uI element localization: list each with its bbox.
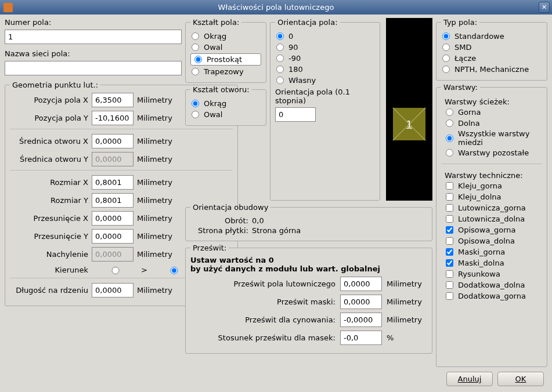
pad-preview-shape: 1 bbox=[393, 108, 425, 140]
posy-input[interactable] bbox=[92, 111, 134, 125]
posx-label: Pozycja pola X bbox=[10, 96, 88, 104]
chk-adhes-top[interactable] bbox=[446, 182, 453, 190]
layer-top-radio[interactable] bbox=[446, 108, 453, 116]
clear-pad-input[interactable] bbox=[340, 277, 382, 291]
type-npth-radio[interactable] bbox=[442, 66, 450, 73]
holey-input bbox=[92, 152, 134, 166]
hole-oval-radio[interactable] bbox=[192, 111, 199, 118]
tilt-label: Nachylenie bbox=[10, 250, 88, 259]
offy-label: Przesunięcie Y bbox=[10, 232, 88, 241]
dir-gt-radio[interactable] bbox=[95, 267, 136, 274]
layer-other-radio[interactable] bbox=[446, 149, 453, 157]
pad-number-label: Numer pola: bbox=[5, 18, 182, 27]
titlebar[interactable]: Właściwości pola lutowniczego ✕ bbox=[0, 0, 552, 14]
chk-mask-top[interactable] bbox=[446, 248, 453, 256]
hole-circle-radio[interactable] bbox=[192, 100, 199, 107]
net-name-label: Nazwa sieci pola: bbox=[5, 49, 182, 58]
orient-custom-label: Orientacja pola (0.1 stopnia) bbox=[275, 88, 375, 105]
pad-number-input[interactable] bbox=[5, 30, 182, 44]
holex-label: Średnica otworu X bbox=[10, 137, 88, 146]
sizex-label: Rozmiar X bbox=[10, 178, 88, 187]
app-icon bbox=[3, 3, 13, 12]
posy-label: Pozycja pola Y bbox=[10, 114, 88, 122]
geometry-legend: Geometria punktu lut.: bbox=[10, 81, 100, 89]
layer-allcu-radio[interactable] bbox=[446, 135, 453, 142]
offx-input[interactable] bbox=[92, 211, 134, 226]
die-label: Długość na rdzeniu bbox=[10, 286, 88, 295]
chk-eco-top[interactable] bbox=[446, 292, 453, 300]
clearance-fieldset: Prześwit: Ustaw wartość na 0 by użyć dan… bbox=[185, 244, 432, 354]
posx-input[interactable] bbox=[92, 93, 134, 107]
pad-preview: 1 bbox=[386, 18, 432, 201]
clear-ratio-input[interactable] bbox=[340, 331, 382, 345]
orient-0-radio[interactable] bbox=[276, 32, 284, 40]
layer-bottom-radio[interactable] bbox=[446, 119, 453, 127]
close-icon[interactable]: ✕ bbox=[539, 2, 550, 13]
hole-shape-fieldset: Kształt otworu: Okrąg Owal bbox=[185, 85, 266, 126]
type-smd-radio[interactable] bbox=[442, 43, 450, 51]
clear-mask-input[interactable] bbox=[340, 295, 382, 309]
shape-oval-radio[interactable] bbox=[192, 43, 199, 51]
chk-silk-bot[interactable] bbox=[446, 237, 453, 245]
shape-rect-radio[interactable] bbox=[194, 56, 202, 63]
offy-input[interactable] bbox=[92, 229, 134, 244]
sizex-input[interactable] bbox=[92, 175, 134, 190]
layers-fieldset: Warstwy: Warstwy ścieżek: Gorna Dolna Ws… bbox=[436, 83, 547, 367]
sizey-label: Rozmiar Y bbox=[10, 196, 88, 205]
holex-input[interactable] bbox=[92, 134, 134, 148]
chk-mask-bot[interactable] bbox=[446, 259, 453, 267]
housing-orient-fieldset: Orientacja obudowy Obrót:0,0 Strona płyt… bbox=[185, 203, 432, 241]
unit-label: Milimetry bbox=[137, 96, 176, 104]
chk-eco-bot[interactable] bbox=[446, 281, 453, 289]
shape-circle-radio[interactable] bbox=[192, 32, 199, 40]
orient-m90-radio[interactable] bbox=[276, 55, 284, 62]
chk-paste-top[interactable] bbox=[446, 204, 453, 212]
net-name-input[interactable] bbox=[5, 61, 182, 75]
orient-custom-input[interactable] bbox=[275, 107, 316, 122]
orient-180-radio[interactable] bbox=[276, 66, 284, 73]
sizey-input[interactable] bbox=[92, 193, 134, 208]
orient-custom-radio[interactable] bbox=[276, 77, 284, 84]
chk-adhes-bot[interactable] bbox=[446, 193, 453, 201]
orient-90-radio[interactable] bbox=[276, 43, 284, 51]
dir-label: Kierunek bbox=[10, 266, 88, 274]
chk-silk-top[interactable] bbox=[446, 226, 453, 234]
ok-button[interactable]: OK bbox=[497, 372, 544, 386]
dialog-content: Numer pola: Nazwa sieci pola: Geometria … bbox=[0, 14, 552, 392]
holey-label: Średnica otworu Y bbox=[10, 155, 88, 164]
window-title: Właściwości pola lutowniczego bbox=[218, 3, 334, 12]
dialog-window: Właściwości pola lutowniczego ✕ Numer po… bbox=[0, 0, 552, 392]
offx-label: Przesunięcie X bbox=[10, 214, 88, 223]
shape-fieldset: Kształt pola: Okrąg Owal Prostokąt Trape… bbox=[185, 18, 266, 83]
type-std-radio[interactable] bbox=[442, 32, 450, 40]
chk-paste-bot[interactable] bbox=[446, 215, 453, 223]
pad-preview-number: 1 bbox=[406, 119, 412, 130]
type-conn-radio[interactable] bbox=[442, 55, 450, 62]
cancel-button[interactable]: Anuluj bbox=[446, 372, 493, 386]
pad-type-fieldset: Typ pola: Standardowe SMD Łącze NPTH, Me… bbox=[436, 18, 547, 81]
tilt-input bbox=[92, 247, 134, 262]
chk-draw[interactable] bbox=[446, 270, 453, 278]
shape-trap-radio[interactable] bbox=[192, 68, 199, 75]
die-input[interactable] bbox=[92, 283, 134, 297]
clear-paste-input[interactable] bbox=[340, 313, 382, 327]
orientation-fieldset: Orientacja pola: 0 90 -90 180 Własny Ori… bbox=[270, 18, 380, 201]
